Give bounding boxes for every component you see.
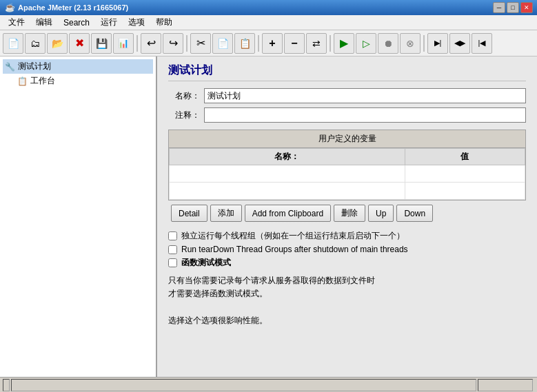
description-text: 只有当你需要记录每个请求从服务器取得的数据到文件时 才需要选择函数测试模式。 选… xyxy=(168,274,526,327)
start-nopause-button[interactable]: ▷ xyxy=(356,33,376,54)
menu-bar: 文件 编辑 Search 运行 选项 帮助 xyxy=(0,15,537,30)
name-row: 名称： xyxy=(168,88,526,103)
tree-label-workbench: 工作台 xyxy=(30,75,55,87)
func-mode-label: 函数测试模式 xyxy=(181,257,231,269)
open-button[interactable]: 📂 xyxy=(47,33,68,54)
vars-section: 用户定义的变量 名称： 值 xyxy=(168,130,526,200)
redo-button[interactable]: ↪ xyxy=(163,33,183,54)
independent-run-label: 独立运行每个线程组（例如在一个组运行结束后启动下一个） xyxy=(181,230,405,242)
desc-line3: 选择这个选项很影响性能。 xyxy=(168,316,267,325)
close-button[interactable]: ✕ xyxy=(520,2,533,13)
status-segment-1 xyxy=(3,379,10,391)
add-button[interactable]: 添加 xyxy=(210,205,242,222)
option-row-1: 独立运行每个线程组（例如在一个组运行结束后启动下一个） xyxy=(168,230,526,242)
sep1 xyxy=(136,35,138,52)
title-bar: ☕ Apache JMeter (2.13 r1665067) ─ □ ✕ xyxy=(0,0,537,15)
status-segment-3 xyxy=(478,379,533,391)
up-button[interactable]: Up xyxy=(368,205,394,222)
tree-icon-workbench: 📋 xyxy=(17,76,28,87)
options-area: 独立运行每个线程组（例如在一个组运行结束后启动下一个） Run tearDown… xyxy=(168,230,526,269)
tree-item-workbench[interactable]: 📋 工作台 xyxy=(3,74,153,88)
independent-run-checkbox[interactable] xyxy=(168,231,177,240)
run-teardown-label: Run tearDown Thread Groups after shutdow… xyxy=(181,245,408,254)
add-clipboard-button[interactable]: Add from Clipboard xyxy=(245,205,331,222)
close-file-button[interactable]: ✖ xyxy=(69,33,90,54)
menu-file[interactable]: 文件 xyxy=(3,15,30,30)
delete-button[interactable]: 删除 xyxy=(334,205,365,222)
sep4 xyxy=(330,35,331,52)
status-segment-2 xyxy=(11,379,476,391)
new-button[interactable]: 📄 xyxy=(3,33,23,54)
sep2 xyxy=(186,35,188,52)
cut-button[interactable]: ✂ xyxy=(190,33,211,54)
down-button[interactable]: Down xyxy=(396,205,433,222)
copy-button[interactable]: 📄 xyxy=(212,33,233,54)
remote-stop-button[interactable]: |◀ xyxy=(472,33,492,54)
run-teardown-checkbox[interactable] xyxy=(168,245,177,254)
main-container: 🔧 测试计划 📋 工作台 测试计划 名称： 注释： xyxy=(0,56,537,377)
vars-table: 名称： 值 xyxy=(169,148,525,200)
template-button[interactable]: 🗂 xyxy=(25,33,45,54)
menu-search[interactable]: Search xyxy=(58,17,95,29)
content-inner: 测试计划 名称： 注释： 用户定义的变量 名称： 值 xyxy=(157,56,537,377)
start-button[interactable]: ▶ xyxy=(334,33,354,54)
col-name: 名称： xyxy=(170,149,405,165)
vars-table-body xyxy=(170,165,525,200)
stop-button[interactable]: ⏺ xyxy=(378,33,398,54)
maximize-button[interactable]: □ xyxy=(507,2,519,13)
table-row xyxy=(170,165,525,183)
expand-button[interactable]: + xyxy=(262,33,283,54)
option-row-3: 函数测试模式 xyxy=(168,257,526,269)
detail-button[interactable]: Detail xyxy=(171,205,207,222)
remote-start-button[interactable]: ▶| xyxy=(427,33,448,54)
tree-label-test-plan: 测试计划 xyxy=(18,61,51,72)
vars-title: 用户定义的变量 xyxy=(169,130,525,148)
name-label: 名称： xyxy=(168,90,200,102)
paste-button[interactable]: 📋 xyxy=(234,33,255,54)
name-input[interactable] xyxy=(204,88,526,103)
minimize-button[interactable]: ─ xyxy=(493,2,505,13)
col-value: 值 xyxy=(405,149,525,165)
menu-help[interactable]: 帮助 xyxy=(150,15,178,30)
toolbar: 📄 🗂 📂 ✖ 💾 📊 ↩ ↪ ✂ 📄 📋 + − ⇄ ▶ ▷ ⏺ ⊗ ▶| ◀… xyxy=(0,30,537,56)
save-button[interactable]: 💾 xyxy=(91,33,112,54)
content-panel: 测试计划 名称： 注释： 用户定义的变量 名称： 值 xyxy=(157,56,537,377)
comment-input[interactable] xyxy=(204,107,526,123)
app-title: Apache JMeter (2.13 r1665067) xyxy=(18,3,493,12)
comment-row: 注释： xyxy=(168,107,526,123)
desc-line2: 才需要选择函数测试模式。 xyxy=(168,289,267,298)
toggle-button[interactable]: ⇄ xyxy=(306,33,327,54)
table-row xyxy=(170,183,525,200)
collapse-button[interactable]: − xyxy=(284,33,305,54)
desc-line1: 只有当你需要记录每个请求从服务器取得的数据到文件时 xyxy=(168,276,375,285)
app-icon: ☕ xyxy=(4,2,15,13)
sep3 xyxy=(258,35,259,52)
saveas-button[interactable]: 📊 xyxy=(113,33,134,54)
buttons-row: Detail 添加 Add from Clipboard 删除 Up Down xyxy=(168,200,526,226)
window-controls: ─ □ ✕ xyxy=(493,2,533,13)
menu-options[interactable]: 选项 xyxy=(123,15,150,30)
status-bar xyxy=(0,377,537,392)
menu-run[interactable]: 运行 xyxy=(95,15,123,30)
sep5 xyxy=(423,35,425,52)
tree-icon-test-plan: 🔧 xyxy=(4,61,15,72)
remote-mid-button[interactable]: ◀▶ xyxy=(449,33,470,54)
undo-button[interactable]: ↩ xyxy=(141,33,161,54)
section-title: 测试计划 xyxy=(168,63,526,81)
option-row-2: Run tearDown Thread Groups after shutdow… xyxy=(168,245,526,254)
shutdown-button[interactable]: ⊗ xyxy=(400,33,421,54)
comment-label: 注释： xyxy=(168,110,200,121)
func-mode-checkbox[interactable] xyxy=(168,258,177,267)
tree-panel: 🔧 测试计划 📋 工作台 xyxy=(0,56,157,377)
menu-edit[interactable]: 编辑 xyxy=(30,15,58,30)
tree-item-test-plan[interactable]: 🔧 测试计划 xyxy=(3,59,153,74)
